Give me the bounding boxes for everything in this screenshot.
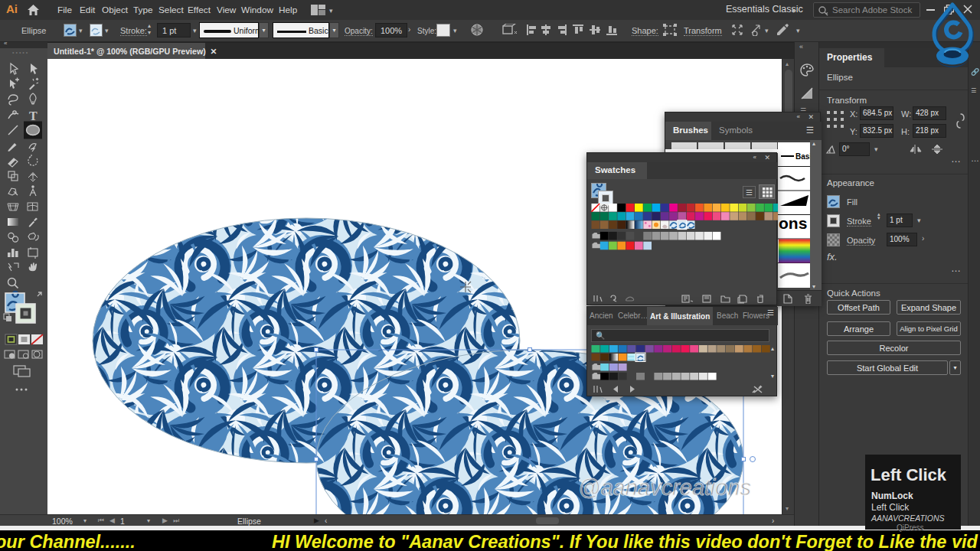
svg-text:@aanavcreations: @aanavcreations: [578, 475, 751, 500]
svg-text:ons: ons: [779, 214, 807, 232]
svg-text:T: T: [29, 109, 38, 122]
